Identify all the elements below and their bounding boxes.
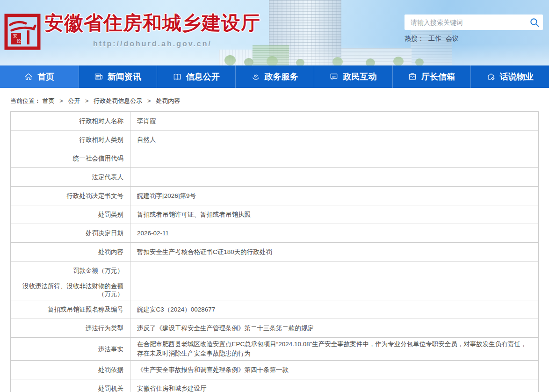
row-label: 处罚决定日期 bbox=[11, 224, 130, 242]
row-value: 自然人 bbox=[130, 131, 538, 149]
row-label: 处罚内容 bbox=[11, 243, 130, 261]
breadcrumb-link-home[interactable]: 首页 bbox=[43, 97, 55, 104]
row-label: 违法行为类型 bbox=[11, 319, 130, 337]
table-row: 处罚内容 暂扣安全生产考核合格证书C证180天的行政处罚 bbox=[11, 243, 538, 261]
nav-item-label: 首页 bbox=[37, 71, 54, 82]
row-value: 李肖霞 bbox=[130, 112, 538, 130]
row-value: 在合肥市肥西县老城区改造安置点EPC总承包项目“2024.10.08”生产安全事… bbox=[130, 338, 538, 360]
table-row: 没收违法所得、没收非法财物的金额（万元） bbox=[11, 280, 538, 300]
nav-item-label: 政民互动 bbox=[343, 71, 376, 82]
row-value bbox=[130, 149, 538, 167]
row-label: 法定代表人 bbox=[11, 168, 130, 186]
mailbox-icon bbox=[408, 72, 417, 81]
penalty-table: 行政相对人名称 李肖霞 行政相对人类别 自然人 统一社会信用代码 法定代表人 行… bbox=[10, 111, 539, 392]
breadcrumb-link-penalty-list[interactable]: 行政处罚信息公示 bbox=[94, 97, 142, 104]
row-value: 违反了《建设工程安全生产管理条例》第二十三条第二款的规定 bbox=[130, 319, 538, 337]
search-area: 热搜：工作会议 bbox=[405, 15, 543, 43]
table-row: 行政处罚决定书文号 皖建罚字[2026]第9号 bbox=[11, 187, 538, 205]
hot-search: 热搜：工作会议 bbox=[405, 35, 543, 43]
row-label: 统一社会信用代码 bbox=[11, 149, 130, 167]
table-row: 行政相对人类别 自然人 bbox=[11, 131, 538, 149]
main-nav: 首页 新闻资讯 信息公开 bbox=[0, 65, 549, 88]
nav-item-services[interactable]: 政务服务 bbox=[235, 65, 314, 88]
hot-search-label: 热搜： bbox=[405, 35, 424, 42]
title-block: 安徽省住房和城乡建设厅 http://dohurd.ah.gov.cn/ bbox=[44, 10, 260, 48]
breadcrumb-current: 处罚内容 bbox=[156, 97, 180, 104]
table-row: 法定代表人 bbox=[11, 168, 538, 187]
site-url: http://dohurd.ah.gov.cn/ bbox=[44, 40, 260, 48]
nav-item-label: 话说物业 bbox=[500, 71, 534, 82]
row-value: 2026-02-11 bbox=[130, 224, 538, 242]
row-label: 暂扣或吊销证照名称及编号 bbox=[11, 300, 130, 319]
nav-item-label: 厅长信箱 bbox=[421, 71, 455, 82]
home-icon bbox=[24, 72, 33, 81]
search-button[interactable] bbox=[529, 17, 540, 28]
row-label: 处罚类别 bbox=[11, 205, 130, 224]
table-row: 违法事实 在合肥市肥西县老城区改造安置点EPC总承包项目“2024.10.08”… bbox=[11, 338, 538, 361]
row-value: 皖建安C3（2024）0028677 bbox=[130, 300, 538, 319]
site-title: 安徽省住房和城乡建设厅 bbox=[44, 10, 260, 36]
page-root: 安 设 安徽省住房和城乡建设厅 http://dohurd.ah.gov.cn/… bbox=[0, 0, 549, 392]
nav-item-label: 政务服务 bbox=[265, 71, 298, 82]
row-value bbox=[130, 280, 538, 300]
hot-keyword[interactable]: 工作 bbox=[428, 35, 441, 42]
svg-text:设: 设 bbox=[17, 39, 21, 44]
table-row: 处罚类别 暂扣或者吊销许可证、暂扣或者吊销执照 bbox=[11, 205, 538, 224]
table-row: 罚款金额（万元） bbox=[11, 261, 538, 280]
hot-keyword[interactable]: 会议 bbox=[446, 35, 459, 42]
row-value: 安徽省住房和城乡建设厅 bbox=[130, 379, 538, 392]
search-box bbox=[405, 15, 543, 30]
row-label: 没收违法所得、没收非法财物的金额（万元） bbox=[11, 280, 130, 300]
service-hands-icon bbox=[251, 72, 260, 81]
nav-item-label: 信息公开 bbox=[186, 71, 220, 82]
house-gear-icon bbox=[486, 72, 496, 81]
nav-item-mailbox[interactable]: 厅长信箱 bbox=[392, 65, 471, 88]
search-input[interactable] bbox=[405, 15, 521, 30]
search-icon bbox=[529, 17, 540, 28]
table-row: 统一社会信用代码 bbox=[11, 149, 538, 168]
breadcrumb-prefix: 当前位置： bbox=[10, 97, 41, 104]
row-value: 《生产安全事故报告和调查处理条例》第四十条第一款 bbox=[130, 361, 538, 379]
svg-text:安: 安 bbox=[13, 34, 17, 38]
breadcrumb: 当前位置： 首页 > 公开 > 行政处罚信息公示 > 处罚内容 bbox=[0, 88, 549, 111]
row-label: 处罚依据 bbox=[11, 361, 130, 379]
row-value: 皖建罚字[2026]第9号 bbox=[130, 187, 538, 205]
nav-item-interaction[interactable]: 政民互动 bbox=[314, 65, 392, 88]
site-logo[interactable]: 安 设 bbox=[4, 13, 41, 51]
breadcrumb-link-open[interactable]: 公开 bbox=[68, 97, 80, 104]
table-row: 处罚依据 《生产安全事故报告和调查处理条例》第四十条第一款 bbox=[11, 361, 538, 379]
row-value: 暂扣安全生产考核合格证书C证180天的行政处罚 bbox=[130, 243, 538, 261]
row-label: 违法事实 bbox=[11, 338, 130, 360]
row-value bbox=[130, 261, 538, 280]
row-value: 暂扣或者吊销许可证、暂扣或者吊销执照 bbox=[130, 205, 538, 224]
news-icon bbox=[94, 72, 103, 81]
row-label: 处罚机关 bbox=[11, 379, 130, 392]
nav-item-property[interactable]: 话说物业 bbox=[470, 65, 549, 88]
row-label: 行政相对人名称 bbox=[11, 112, 130, 130]
chat-bubble-icon bbox=[329, 72, 339, 81]
table-row: 违法行为类型 违反了《建设工程安全生产管理条例》第二十三条第二款的规定 bbox=[11, 319, 538, 338]
row-label: 行政相对人类别 bbox=[11, 131, 130, 149]
row-value bbox=[130, 168, 538, 186]
nav-item-info[interactable]: 信息公开 bbox=[157, 65, 235, 88]
table-row: 处罚决定日期 2026-02-11 bbox=[11, 224, 538, 243]
open-book-icon bbox=[173, 72, 182, 81]
table-row: 行政相对人名称 李肖霞 bbox=[11, 112, 538, 131]
nav-item-label: 新闻资讯 bbox=[108, 71, 141, 82]
site-header: 安 设 安徽省住房和城乡建设厅 http://dohurd.ah.gov.cn/… bbox=[0, 0, 549, 65]
table-row: 暂扣或吊销证照名称及编号 皖建安C3（2024）0028677 bbox=[11, 300, 538, 319]
emblem-icon: 安 设 bbox=[4, 13, 41, 51]
nav-item-news[interactable]: 新闻资讯 bbox=[79, 65, 157, 88]
row-label: 罚款金额（万元） bbox=[11, 261, 130, 280]
table-row: 处罚机关 安徽省住房和城乡建设厅 bbox=[11, 379, 538, 392]
breadcrumb-separator: > bbox=[59, 97, 63, 104]
nav-item-home[interactable]: 首页 bbox=[0, 65, 79, 88]
row-label: 行政处罚决定书文号 bbox=[11, 187, 130, 205]
breadcrumb-separator: > bbox=[85, 97, 89, 104]
breadcrumb-separator: > bbox=[147, 97, 151, 104]
